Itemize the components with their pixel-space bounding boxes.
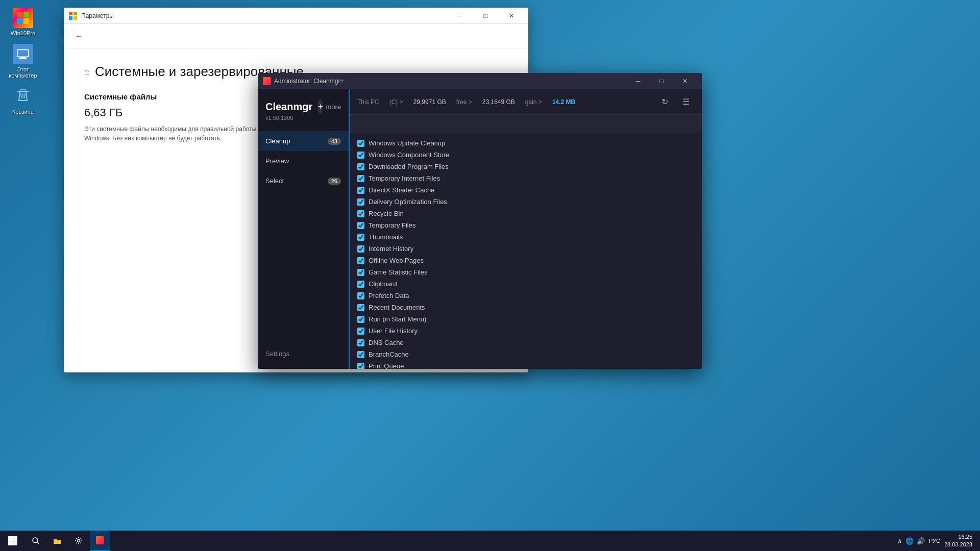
tray-volume-icon[interactable]: 🔊 xyxy=(917,537,925,545)
check-item-9[interactable]: Internet History xyxy=(350,243,702,255)
taskbar-cleanmgr-icon[interactable] xyxy=(90,531,110,551)
desktop-icon-recycle[interactable]: Корзина xyxy=(5,84,41,117)
taskbar-clock[interactable]: 16:25 28.03.2023 xyxy=(944,533,972,549)
taskbar-search-icon[interactable] xyxy=(26,531,46,551)
cleanmgr-maximize-button[interactable]: □ xyxy=(650,73,673,89)
checkbox-15[interactable] xyxy=(357,316,364,323)
sidebar-cleanup-badge: 43 xyxy=(328,138,341,145)
desktop-icon-win10pro[interactable]: Win10Pro xyxy=(5,5,41,39)
checkbox-9[interactable] xyxy=(357,245,364,253)
check-item-10[interactable]: Offline Web Pages xyxy=(350,255,702,266)
checkbox-16[interactable] xyxy=(357,328,364,335)
checkbox-19[interactable] xyxy=(357,363,364,369)
taskbar-start-button[interactable] xyxy=(3,531,23,551)
check-item-0[interactable]: Windows Update Cleanup xyxy=(350,137,702,149)
taskbar-fileexplorer-icon[interactable] xyxy=(47,531,67,551)
cleanmgr-more-button[interactable]: more xyxy=(326,103,341,111)
checkbox-11[interactable] xyxy=(357,269,364,276)
check-item-15[interactable]: Run (in Start Menu) xyxy=(350,313,702,325)
checkbox-4[interactable] xyxy=(357,187,364,194)
settings-maximize-button[interactable]: □ xyxy=(474,8,497,24)
check-item-3[interactable]: Temporary Internet Files xyxy=(350,172,702,184)
checkbox-2[interactable] xyxy=(357,163,364,170)
check-item-18[interactable]: BranchCache xyxy=(350,348,702,360)
cleanmgr-window: Administrator: Cleanmgr+ ─ □ ✕ Cleanmgr … xyxy=(258,73,702,369)
svg-rect-3 xyxy=(69,12,72,15)
checkbox-5[interactable] xyxy=(357,198,364,206)
desktop-icons: Win10Pro Этот компьютер Кор xyxy=(5,5,41,117)
cleanmgr-titlebar: Administrator: Cleanmgr+ ─ □ ✕ xyxy=(258,73,702,89)
check-item-4[interactable]: DirectX Shader Cache xyxy=(350,184,702,196)
check-item-16[interactable]: User File History xyxy=(350,325,702,337)
sidebar-nav-settings[interactable]: Settings xyxy=(258,344,349,364)
checkbox-6[interactable] xyxy=(357,210,364,217)
check-item-7[interactable]: Temporary Files xyxy=(350,219,702,231)
win10pro-label: Win10Pro xyxy=(11,30,35,36)
check-label-7: Temporary Files xyxy=(369,221,415,229)
checkbox-10[interactable] xyxy=(357,257,364,264)
check-item-12[interactable]: Clipboard xyxy=(350,278,702,290)
settings-nav: ← xyxy=(64,24,528,48)
check-item-13[interactable]: Prefetch Data xyxy=(350,290,702,302)
check-label-4: DirectX Shader Cache xyxy=(369,186,434,194)
check-item-6[interactable]: Recycle Bin xyxy=(350,208,702,219)
checkbox-18[interactable] xyxy=(357,351,364,358)
sidebar-nav-select[interactable]: Select 26 xyxy=(258,171,349,191)
settings-home-icon[interactable]: ⌂ xyxy=(84,66,90,77)
cleanmgr-sidebar: Cleanmgr + more v1.50.1300 Cleanup 43 Pr… xyxy=(258,89,350,369)
checkbox-3[interactable] xyxy=(357,175,364,182)
header-gain-value: 14.2 MB xyxy=(552,98,575,106)
check-label-15: Run (in Start Menu) xyxy=(369,315,426,323)
svg-rect-4 xyxy=(74,12,77,15)
desktop-icon-this-pc[interactable]: Этот компьютер xyxy=(5,41,41,81)
taskbar-settings-icon[interactable] xyxy=(68,531,89,551)
check-item-14[interactable]: Recent Documents xyxy=(350,302,702,313)
cleanmgr-app-info: Cleanmgr + more v1.50.1300 xyxy=(258,94,349,131)
checkbox-17[interactable] xyxy=(357,339,364,346)
settings-titlebar-controls: ─ □ ✕ xyxy=(448,8,523,24)
header-right-controls: ↻ ☰ xyxy=(656,94,694,110)
checkbox-1[interactable] xyxy=(357,152,364,159)
cleanmgr-minimize-button[interactable]: ─ xyxy=(626,73,650,89)
check-item-5[interactable]: Delivery Optimization Files xyxy=(350,196,702,208)
checkbox-8[interactable] xyxy=(357,234,364,241)
svg-line-8 xyxy=(37,542,39,544)
this-pc-icon xyxy=(13,44,33,64)
tray-chevron-icon[interactable]: ∧ xyxy=(897,537,902,545)
check-item-11[interactable]: Game Statistic Files xyxy=(350,266,702,278)
header-gain-label: gain > xyxy=(525,98,542,106)
check-label-8: Thumbnails xyxy=(369,233,403,241)
checkbox-13[interactable] xyxy=(357,292,364,299)
check-item-19[interactable]: Print Queue xyxy=(350,360,702,369)
start-icon xyxy=(8,536,17,545)
cleanmgr-titlebar-title: Administrator: Cleanmgr+ xyxy=(274,78,344,85)
cleanmgr-add-button[interactable]: + xyxy=(317,99,323,114)
settings-minimize-button[interactable]: ─ xyxy=(448,8,471,24)
settings-back-button[interactable]: ← xyxy=(71,29,87,44)
check-label-11: Game Statistic Files xyxy=(369,268,428,276)
check-item-8[interactable]: Thumbnails xyxy=(350,231,702,243)
check-item-17[interactable]: DNS Cache xyxy=(350,337,702,348)
checkbox-12[interactable] xyxy=(357,281,364,288)
cleanmgr-header: This PC (C) > 29,9971 GB free > 23,1649 … xyxy=(350,89,702,115)
settings-close-button[interactable]: ✕ xyxy=(500,8,523,24)
check-item-1[interactable]: Windows Component Store xyxy=(350,149,702,161)
tray-network-icon[interactable]: 🌐 xyxy=(905,537,914,545)
checkbox-7[interactable] xyxy=(357,222,364,229)
taskbar-date: 28.03.2023 xyxy=(944,541,972,548)
cleanmgr-search-input[interactable] xyxy=(357,120,459,128)
check-item-2[interactable]: Downloaded Program Files xyxy=(350,161,702,172)
header-menu-button[interactable]: ☰ xyxy=(678,94,694,110)
sidebar-cleanup-label: Cleanup xyxy=(265,137,290,145)
checkbox-0[interactable] xyxy=(357,140,364,147)
recycle-label: Корзина xyxy=(12,109,34,115)
header-pc-info: This PC (C) > 29,9971 GB free > 23,1649 … xyxy=(357,98,575,106)
check-label-12: Clipboard xyxy=(369,280,397,288)
settings-window-icon xyxy=(69,12,77,20)
cleanmgr-search-bar xyxy=(350,115,702,133)
header-refresh-button[interactable]: ↻ xyxy=(656,94,673,110)
checkbox-14[interactable] xyxy=(357,304,364,311)
cleanmgr-close-button[interactable]: ✕ xyxy=(673,73,697,89)
sidebar-nav-preview[interactable]: Preview xyxy=(258,151,349,171)
sidebar-nav-cleanup[interactable]: Cleanup 43 xyxy=(258,131,349,151)
